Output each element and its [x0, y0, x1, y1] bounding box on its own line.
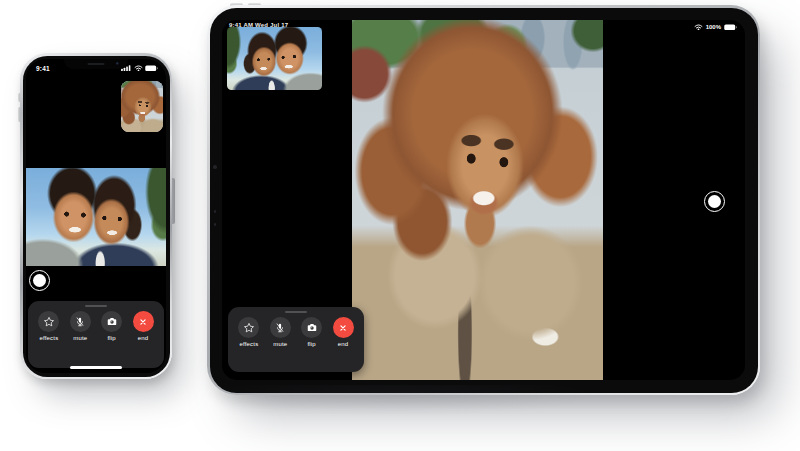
iphone-screen: 9:41: [26, 59, 166, 373]
ipad-capture-photo-button[interactable]: [704, 191, 725, 212]
stage: 9:41: [0, 0, 800, 451]
effects-label: effects: [39, 335, 58, 341]
ipad-front-camera-dot: [213, 165, 217, 169]
cellular-signal-icon: [121, 65, 131, 72]
iphone-controls-row: effects mute flip: [28, 311, 164, 364]
iphone-call-controls-panel: effects mute flip: [28, 301, 164, 368]
flip-label: flip: [307, 341, 315, 347]
iphone-self-view-pip[interactable]: [121, 81, 163, 132]
microphone-mute-icon: [270, 317, 291, 338]
wifi-icon: [694, 24, 703, 31]
couple-photo-art: [227, 27, 322, 90]
end-label: end: [338, 341, 349, 347]
battery-percent: 100%: [706, 24, 721, 30]
flip-label: flip: [107, 335, 115, 341]
end-call-x-icon: [333, 317, 354, 338]
shutter-ring-icon: [708, 195, 721, 208]
home-indicator-bar[interactable]: [70, 366, 122, 369]
shutter-ring-icon: [33, 274, 46, 287]
effects-button[interactable]: effects: [38, 311, 59, 341]
drag-handle-bar[interactable]: [285, 311, 307, 314]
end-call-x-icon: [133, 311, 154, 332]
ipad-self-view-pip[interactable]: [227, 27, 322, 90]
iphone-capture-photo-button[interactable]: [29, 270, 50, 291]
microphone-mute-icon: [70, 311, 91, 332]
end-call-button[interactable]: end: [133, 311, 154, 341]
mute-label: mute: [73, 335, 87, 341]
iphone-remote-video[interactable]: [26, 168, 166, 266]
ipad-call-controls-panel: effects mute flip: [228, 307, 364, 372]
curly-woman-photo-art: [121, 81, 163, 132]
wifi-icon: [134, 65, 143, 72]
battery-icon: [145, 65, 158, 72]
ipad-sensor-dot: [214, 210, 217, 213]
effects-label: effects: [239, 341, 258, 347]
mute-button[interactable]: mute: [270, 317, 291, 347]
end-call-button[interactable]: end: [333, 317, 354, 347]
star-effects-icon: [238, 317, 259, 338]
drag-handle-bar[interactable]: [85, 305, 107, 308]
effects-button[interactable]: effects: [238, 317, 259, 347]
iphone-device: 9:41: [20, 53, 172, 379]
ipad-screen: 9:41 AM Wed Jul 17 100%: [222, 20, 745, 380]
camera-flip-icon: [301, 317, 322, 338]
flip-camera-button[interactable]: flip: [301, 317, 322, 347]
mute-label: mute: [273, 341, 287, 347]
curly-woman-photo-art: [352, 20, 603, 380]
ipad-device: 9:41 AM Wed Jul 17 100%: [207, 5, 760, 395]
ipad-controls-row: effects mute flip: [228, 317, 364, 368]
iphone-status-bar: 9:41: [26, 63, 166, 73]
ipad-sensor-dot: [214, 223, 217, 226]
iphone-status-icons: [121, 65, 158, 72]
flip-camera-button[interactable]: flip: [101, 311, 122, 341]
battery-icon: [724, 24, 737, 31]
camera-flip-icon: [101, 311, 122, 332]
couple-photo-art: [26, 168, 166, 266]
ipad-remote-video[interactable]: [352, 20, 603, 380]
end-label: end: [138, 335, 149, 341]
iphone-status-time: 9:41: [36, 65, 50, 72]
mute-button[interactable]: mute: [70, 311, 91, 341]
star-effects-icon: [38, 311, 59, 332]
ipad-status-icons: 100%: [694, 24, 737, 31]
